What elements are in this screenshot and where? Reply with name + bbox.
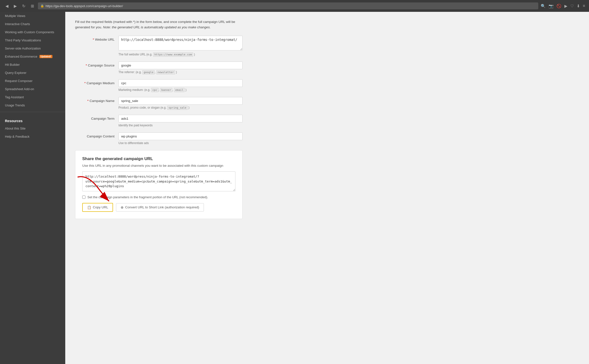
required-star-2: * <box>86 64 87 67</box>
share-desc: Use this URL in any promotional channels… <box>82 164 235 167</box>
campaign-medium-input[interactable] <box>118 79 243 87</box>
campaign-name-hint: Product, promo code, or slogan (e.g. spr… <box>118 106 243 109</box>
convert-url-button[interactable]: ⊕ Convert URL to Short Link (authorizati… <box>116 203 204 212</box>
lock-icon: 🔒 <box>40 4 44 8</box>
url-bar[interactable]: 🔒 https://ga-dev-tools.appspot.com/campa… <box>38 2 538 9</box>
refresh-button[interactable]: ↻ <box>21 3 27 9</box>
required-star-3: * <box>84 81 85 85</box>
required-star: * <box>93 38 94 41</box>
resources-header: Resources <box>0 115 65 124</box>
campaign-content-input[interactable] <box>118 132 243 140</box>
form-row-campaign-medium: *Campaign Medium Marketing medium: (e.g.… <box>75 79 243 92</box>
download-icon[interactable]: ⬇ <box>577 4 580 8</box>
sidebar-item-about[interactable]: About this Site <box>0 124 65 132</box>
form-container: *Website URL The full website URL (e.g. … <box>75 36 243 145</box>
grid-button[interactable]: ⊞ <box>29 3 35 9</box>
back-button[interactable]: ◀ <box>4 3 10 9</box>
sidebar-item-server-auth[interactable]: Server-side Authorization <box>0 44 65 52</box>
sidebar-item-custom-components[interactable]: Working with Custom Components <box>0 28 65 36</box>
share-title: Share the generated campaign URL <box>82 156 235 161</box>
sidebar-item-interactive-charts[interactable]: Interactive Charts <box>0 20 65 28</box>
share-box: Share the generated campaign URL Use thi… <box>75 150 243 219</box>
required-star-4: * <box>87 99 88 103</box>
forward-button[interactable]: ▶ <box>12 3 18 9</box>
sidebar-item-third-party[interactable]: Third Party Visualizations <box>0 36 65 44</box>
browser-icons-right: 🔍 📷 🚫 ▶ ♡ ⬇ ≡ <box>541 4 585 8</box>
updated-badge: Updated! <box>39 55 52 58</box>
campaign-term-field: Identify the paid keywords <box>118 115 243 127</box>
fragment-label: Set the campaign parameters in the fragm… <box>87 195 208 199</box>
campaign-name-label: *Campaign Name <box>75 97 115 103</box>
campaign-medium-label: *Campaign Medium <box>75 79 115 85</box>
block-icon[interactable]: 🚫 <box>556 4 561 8</box>
website-url-field: The full website URL (e.g. https://www.e… <box>118 36 243 56</box>
copy-url-button[interactable]: 📋 Copy URL <box>82 203 113 212</box>
sidebar-item-usage-trends[interactable]: Usage Trends <box>0 101 65 109</box>
sidebar-item-request-composer[interactable]: Request Composer <box>0 77 65 85</box>
campaign-term-label: Campaign Term <box>75 115 115 120</box>
sidebar-item-spreadsheet[interactable]: Spreadsheet Add-on <box>0 85 65 93</box>
intro-note: Note: the generated URL is automatically… <box>103 25 211 29</box>
form-row-campaign-name: *Campaign Name Product, promo code, or s… <box>75 97 243 109</box>
url-text: https://ga-dev-tools.appspot.com/campaig… <box>46 4 123 8</box>
link-icon: ⊕ <box>121 205 124 209</box>
fragment-checkbox-row: Set the campaign parameters in the fragm… <box>82 195 235 199</box>
campaign-content-field: Use to differentiate ads <box>118 132 243 145</box>
sidebar-item-hit-builder[interactable]: Hit Builder <box>0 61 65 69</box>
campaign-term-input[interactable] <box>118 115 243 122</box>
website-url-label: *Website URL <box>75 36 115 41</box>
sidebar-item-multiple-views[interactable]: Multiple Views <box>0 12 65 20</box>
content-area: Fill out the required fields (marked wit… <box>65 12 589 364</box>
sidebar-item-tag-assistant[interactable]: Tag Assistant <box>0 93 65 101</box>
campaign-content-label: Campaign Content <box>75 132 115 138</box>
play-icon[interactable]: ▶ <box>564 4 567 8</box>
form-row-website-url: *Website URL The full website URL (e.g. … <box>75 36 243 56</box>
sidebar-item-enhanced-ecommerce[interactable]: Enhanced Ecommerce Updated! <box>0 52 65 61</box>
campaign-content-hint: Use to differentiate ads <box>118 141 243 145</box>
sidebar-item-help[interactable]: Help & Feedback <box>0 132 65 141</box>
website-url-hint: The full website URL (e.g. https://www.e… <box>118 53 243 56</box>
campaign-medium-field: Marketing medium: (e.g. cpc, banner, ema… <box>118 79 243 92</box>
campaign-name-field: Product, promo code, or slogan (e.g. spr… <box>118 97 243 109</box>
fragment-checkbox[interactable] <box>82 196 85 199</box>
intro-text: Fill out the required fields (marked wit… <box>75 19 243 30</box>
form-row-campaign-source: *Campaign Source The referrer: (e.g. goo… <box>75 62 243 74</box>
camera-icon[interactable]: 📷 <box>549 4 554 8</box>
campaign-term-hint: Identify the paid keywords <box>118 124 243 127</box>
campaign-source-label: *Campaign Source <box>75 62 115 67</box>
campaign-medium-hint: Marketing medium: (e.g. cpc, banner, ema… <box>118 88 243 92</box>
sidebar-item-query-explorer[interactable]: Query Explorer <box>0 69 65 77</box>
action-buttons: 📋 Copy URL ⊕ Convert URL to Short Link (… <box>82 203 235 212</box>
generated-url-textarea[interactable] <box>82 171 235 191</box>
campaign-name-input[interactable] <box>118 97 243 105</box>
sidebar: Multiple Views Interactive Charts Workin… <box>0 12 65 364</box>
search-icon[interactable]: 🔍 <box>541 4 546 8</box>
enhanced-ecommerce-label: Enhanced Ecommerce <box>5 55 37 58</box>
form-row-campaign-term: Campaign Term Identify the paid keywords <box>75 115 243 127</box>
campaign-source-input[interactable] <box>118 62 243 69</box>
website-url-input[interactable] <box>118 36 243 50</box>
sidebar-divider <box>0 112 65 112</box>
main-layout: Multiple Views Interactive Charts Workin… <box>0 12 589 364</box>
campaign-source-field: The referrer: (e.g. google, newsletter ) <box>118 62 243 74</box>
campaign-source-hint: The referrer: (e.g. google, newsletter ) <box>118 70 243 74</box>
clipboard-icon: 📋 <box>87 205 91 209</box>
heart-icon[interactable]: ♡ <box>570 4 574 8</box>
share-box-wrapper: Share the generated campaign URL Use thi… <box>75 150 579 219</box>
menu-icon[interactable]: ≡ <box>583 4 585 8</box>
browser-chrome: ◀ ▶ ↻ ⊞ 🔒 https://ga-dev-tools.appspot.c… <box>0 0 589 12</box>
form-row-campaign-content: Campaign Content Use to differentiate ad… <box>75 132 243 145</box>
